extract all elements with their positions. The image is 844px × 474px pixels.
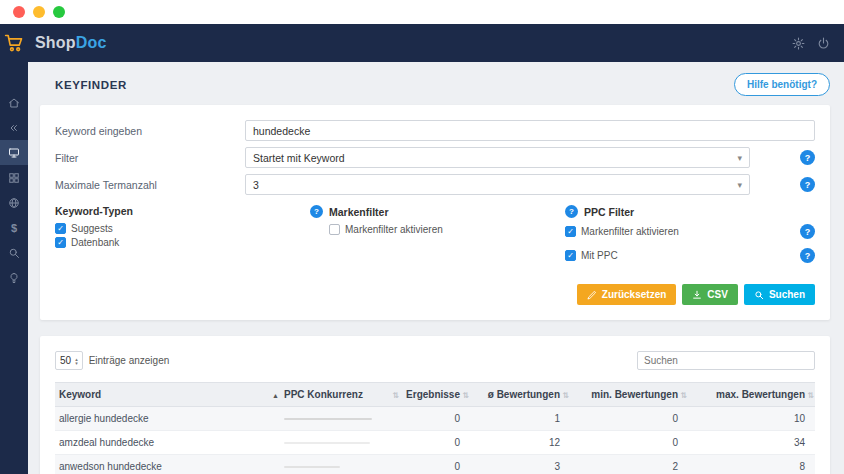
cell-ergebnisse: 0 [400,407,470,431]
cell-keyword: amzdeal hundedecke [55,431,280,455]
search-icon[interactable] [0,240,28,265]
cell-ergebnisse: 0 [400,431,470,455]
ppc-filter-column: ? PPC Filter Markenfilter aktivieren ? [565,205,815,272]
chevron-down-icon: ▾ [737,180,742,190]
filter-help-icon[interactable]: ? [800,150,815,165]
ppc-brand-checkbox-row[interactable]: Markenfilter aktivieren [565,226,679,237]
brand-filter-title: Markenfilter [329,206,389,218]
brand-filter-checkbox-row[interactable]: Markenfilter aktivieren [329,224,565,235]
dollar-icon[interactable]: $ [0,215,28,240]
cell-max-bewertungen: 8 [688,455,815,474]
ppc-brand-help-icon[interactable]: ? [800,224,815,239]
page-size-label: Einträge anzeigen [89,355,170,366]
cell-avg-bewertungen: 1 [470,407,570,431]
results-table-card: 50 ▴▾ Einträge anzeigen [40,336,830,474]
datenbank-checkbox[interactable] [55,237,66,248]
column-header-ppc-konkurrenz[interactable]: PPC Konkurrenz ⇅ [280,383,400,407]
max-terms-help-icon[interactable]: ? [800,177,815,192]
suggests-checkbox[interactable] [55,223,66,234]
sort-icon: ⇅ [392,390,399,399]
column-header-ergebnisse[interactable]: Ergebnisse ⇅ [400,383,470,407]
keyword-input-label: Keyword eingeben [55,125,245,137]
results-table: Keyword ▲ PPC Konkurrenz ⇅ Ergebnisse ⇅ [55,382,815,474]
help-button[interactable]: Hilfe benötigt? [734,73,830,96]
keyfinder-monitor-icon[interactable] [0,140,28,165]
max-terms-label: Maximale Termanzahl [55,179,245,191]
form-actions: Zurücksetzen CSV Suchen [55,284,815,305]
magnifier-icon [754,290,764,300]
filter-select-value: Startet mit Keyword [253,152,345,164]
collapse-icon[interactable] [0,115,28,140]
keyfinder-form-card: Keyword eingeben Filter Startet mit Keyw… [40,105,830,320]
brand-doc: Doc [76,34,107,51]
table-row[interactable]: anwedson hundedecke 0 3 2 8 [55,455,815,474]
modules-icon[interactable] [0,165,28,190]
max-terms-select[interactable]: 3 ▾ [245,174,750,195]
zoom-window-button[interactable] [53,6,65,18]
sidebar-nav: $ [0,62,28,474]
home-icon[interactable] [0,90,28,115]
keyword-types-title: Keyword-Typen [55,205,310,217]
column-header-avg-bewertungen[interactable]: ø Bewertungen ⇅ [470,383,570,407]
pencil-icon [587,290,597,300]
brand-filter-option-label: Markenfilter aktivieren [345,224,443,235]
reset-button-label: Zurücksetzen [602,289,666,300]
close-window-button[interactable] [13,6,25,18]
table-body: allergie hundedecke 0 1 0 10 amzdeal hun… [55,407,815,474]
app-topbar: ShopDoc [0,24,844,62]
brand-filter-checkbox[interactable] [329,224,340,235]
sort-asc-icon: ▲ [272,391,279,398]
shopdoc-logo[interactable] [0,33,28,53]
search-button[interactable]: Suchen [744,284,815,305]
cell-avg-bewertungen: 3 [470,455,570,474]
app-window: ShopDoc [0,0,844,474]
column-header-min-bewertungen[interactable]: min. Bewertungen ⇅ [570,383,688,407]
table-header-row: Keyword ▲ PPC Konkurrenz ⇅ Ergebnisse ⇅ [55,383,815,407]
cart-icon [4,33,24,53]
column-header-max-bewertungen[interactable]: max. Bewertungen ⇅ [688,383,815,407]
globe-icon[interactable] [0,190,28,215]
page-size-select[interactable]: 50 ▴▾ [55,351,83,370]
csv-export-button[interactable]: CSV [682,284,738,305]
reset-button[interactable]: Zurücksetzen [577,284,676,305]
mit-ppc-help-icon[interactable]: ? [800,248,815,263]
topbar-actions [792,37,830,50]
download-icon [692,290,702,300]
suggests-checkbox-row[interactable]: Suggests [55,223,310,234]
suggests-label: Suggests [71,223,113,234]
minimize-window-button[interactable] [33,6,45,18]
ppc-bar [284,442,370,444]
table-search-input[interactable] [637,351,815,370]
cell-ppc-konkurrenz [280,407,400,431]
power-icon[interactable] [817,37,830,50]
ppc-filter-help-icon[interactable]: ? [565,205,578,218]
gear-icon[interactable] [792,37,805,50]
brand-shop: Shop [35,34,76,51]
filter-select[interactable]: Startet mit Keyword ▾ [245,147,750,168]
page-title: KEYFINDER [55,79,127,91]
bulb-icon[interactable] [0,265,28,290]
ppc-brand-checkbox[interactable] [565,226,576,237]
table-row[interactable]: allergie hundedecke 0 1 0 10 [55,407,815,431]
filter-options-section: Keyword-Typen Suggests Datenbank ? [55,205,815,272]
max-terms-select-value: 3 [253,179,259,191]
column-header-keyword[interactable]: Keyword ▲ [55,383,280,407]
sort-icon: ⇅ [462,390,469,399]
mit-ppc-checkbox[interactable] [565,250,576,261]
brand-filter-column: ? Markenfilter Markenfilter aktivieren [310,205,565,238]
page-size-value: 50 [60,355,71,366]
cell-ppc-konkurrenz [280,455,400,474]
ppc-bar [284,418,372,420]
cell-min-bewertungen: 2 [570,455,688,474]
brand-filter-help-icon[interactable]: ? [310,205,323,218]
page-header: KEYFINDER Hilfe benötigt? [28,62,844,105]
cell-min-bewertungen: 0 [570,407,688,431]
datenbank-checkbox-row[interactable]: Datenbank [55,237,310,248]
chevron-down-icon: ▾ [737,153,742,163]
keyword-input[interactable] [245,120,815,141]
ppc-brand-option-label: Markenfilter aktivieren [581,226,679,237]
mit-ppc-checkbox-row[interactable]: Mit PPC [565,250,618,261]
table-row[interactable]: amzdeal hundedecke 0 12 0 34 [55,431,815,455]
cell-ppc-konkurrenz [280,431,400,455]
datenbank-label: Datenbank [71,237,119,248]
